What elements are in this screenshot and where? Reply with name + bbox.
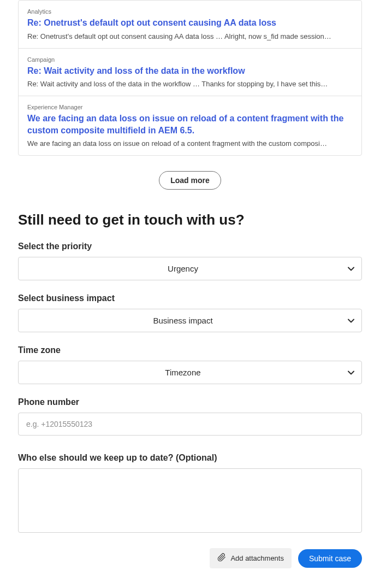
impact-label: Select business impact [18, 293, 362, 303]
cc-label: Who else should we keep up to date? (Opt… [18, 453, 362, 463]
priority-select-wrap: Urgency [18, 257, 362, 280]
submit-button[interactable]: Submit case [298, 549, 362, 568]
result-category: Experience Manager [27, 104, 353, 110]
result-title: Re: Wait activity and loss of the data i… [27, 65, 353, 77]
result-snippet: We are facing an data loss on issue on r… [27, 139, 353, 148]
priority-label: Select the priority [18, 242, 362, 251]
impact-select[interactable]: Business impact [18, 309, 362, 332]
impact-select-wrap: Business impact [18, 309, 362, 332]
add-attachments-button[interactable]: Add attachments [210, 548, 292, 568]
result-category: Campaign [27, 56, 353, 63]
timezone-select[interactable]: Timezone [18, 361, 362, 384]
actions-row: Add attachments Submit case [18, 548, 362, 568]
section-heading: Still need to get in touch with us? [18, 211, 362, 228]
cc-field-group: Who else should we keep up to date? (Opt… [18, 453, 362, 535]
timezone-label: Time zone [18, 345, 362, 355]
phone-field-group: Phone number [18, 397, 362, 436]
result-title: Re: Onetrust's default opt out consent c… [27, 17, 353, 29]
attach-label: Add attachments [230, 554, 284, 562]
priority-field-group: Select the priority Urgency [18, 242, 362, 280]
timezone-select-wrap: Timezone [18, 361, 362, 384]
load-more-button[interactable]: Load more [159, 171, 221, 190]
priority-select[interactable]: Urgency [18, 257, 362, 280]
results-list: Analytics Re: Onetrust's default opt out… [18, 0, 362, 156]
result-item[interactable]: Campaign Re: Wait activity and loss of t… [19, 49, 361, 97]
result-item[interactable]: Analytics Re: Onetrust's default opt out… [19, 1, 361, 49]
result-snippet: Re: Wait activity and loss of the data i… [27, 80, 353, 88]
phone-input[interactable] [18, 413, 362, 436]
result-title: We are facing an data loss on issue on r… [27, 113, 353, 136]
load-more-wrap: Load more [0, 171, 380, 190]
timezone-field-group: Time zone Timezone [18, 345, 362, 384]
result-category: Analytics [27, 8, 353, 15]
phone-label: Phone number [18, 397, 362, 407]
paperclip-icon [217, 553, 226, 563]
result-snippet: Re: Onetrust's default opt out consent c… [27, 32, 353, 40]
contact-form: Still need to get in touch with us? Sele… [18, 211, 362, 535]
cc-input[interactable] [18, 468, 362, 533]
impact-field-group: Select business impact Business impact [18, 293, 362, 332]
result-item[interactable]: Experience Manager We are facing an data… [19, 96, 361, 155]
